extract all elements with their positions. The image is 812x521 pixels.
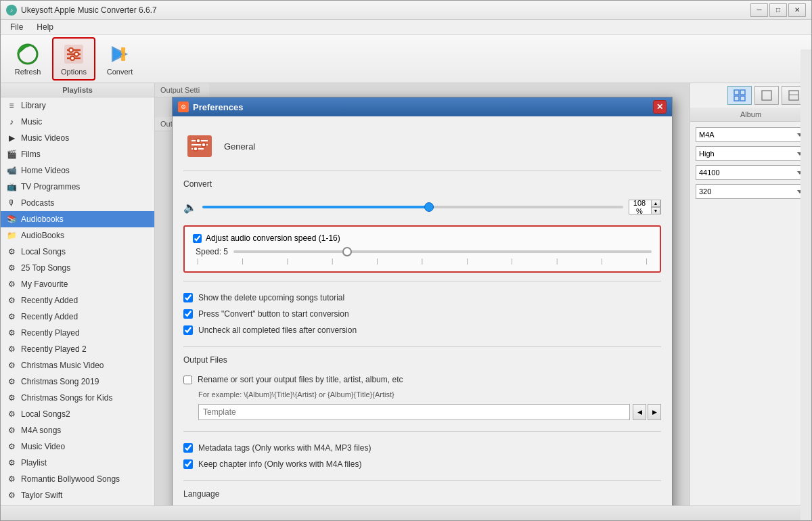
convert-section: Convert 🔈 108 % ▲ ▼ [183,179,661,338]
main-window: ♪ Ukeysoft Apple Music Converter 6.6.7 ─… [0,0,812,521]
sidebar-item-audiobooks2[interactable]: 📁 AudioBooks [1,227,154,244]
sidebar-item-recently-played-2[interactable]: ⚙ Recently Played 2 [1,341,154,357]
right-panel-header: Album [690,108,811,122]
sidebar-item-library[interactable]: ≡ Library [1,97,154,114]
sidebar-item-recently-played-1[interactable]: ⚙ Recently Played [1,325,154,341]
sidebar-item-music[interactable]: ♪ Music [1,114,154,130]
modal-close-button[interactable]: ✕ [653,100,667,114]
chapter-label: Keep chapter info (Only works with M4A f… [198,459,361,469]
speed-row: Speed: 5 [193,247,652,256]
volume-slider[interactable] [202,206,623,208]
bits-select[interactable]: 320256192128 [696,184,806,199]
speed-checkbox[interactable] [193,234,202,243]
svg-rect-20 [734,96,739,101]
volume-spinner: ▲ ▼ [651,200,660,214]
view-btn-grid[interactable] [727,86,752,105]
right-panel: Album M4AMP3AACFLAC HighMediumLow 441004… [690,83,811,505]
format-select[interactable]: M4AMP3AACFLAC [696,127,806,142]
sidebar-item-christmas-music-video[interactable]: ⚙ Christmas Music Video [1,357,154,373]
general-label: General [224,141,255,152]
example-row: For example: \{Album}\{Title}\{Artist} o… [183,388,661,401]
modal-overlay: ⚙ Preferences ✕ [155,83,690,505]
refresh-button[interactable]: Refresh [6,37,49,81]
chapter-checkbox[interactable] [183,459,193,469]
rename-checkbox[interactable] [183,376,192,384]
speed-box-title: Adjust audio conversion speed (1-16) [193,233,652,243]
romantic-bollywood-icon: ⚙ [6,474,17,484]
sidebar-item-my-favourite[interactable]: ⚙ My Favourite [1,276,154,292]
svg-point-7 [74,52,78,56]
sidebar-item-home-videos[interactable]: 📹 Home Videos [1,162,154,179]
rename-label: Rename or sort your output files by titl… [198,375,403,384]
sidebar-item-taylor-swift[interactable]: ⚙ Taylor Swift [1,487,154,503]
sidebar-header: Playlists [1,83,154,97]
sidebar-item-films[interactable]: 🎬 Films [1,146,154,162]
sidebar-item-music-videos[interactable]: ▶ Music Videos [1,130,154,146]
music-icon: ♪ [6,116,17,127]
uncheck-completed-checkbox[interactable] [183,325,193,335]
checkbox-row-3: Uncheck all completed files after conver… [183,322,661,338]
volume-value: 108 % ▲ ▼ [629,200,661,214]
minimize-button[interactable]: ─ [750,3,768,17]
language-section: Language English Chinese French German J… [183,489,661,505]
sidebar-item-romantic-bollywood[interactable]: ⚙ Romantic Bollywood Songs [1,471,154,487]
metadata-checkbox[interactable] [183,443,193,453]
press-convert-label: Press "Convert" button to start conversi… [198,309,349,319]
sidebar-item-label: 25 Top Songs [21,263,149,273]
quality-select[interactable]: HighMediumLow [696,146,806,161]
title-bar: ♪ Ukeysoft Apple Music Converter 6.6.7 ─… [1,1,811,20]
sidebar-scroll[interactable]: ≡ Library ♪ Music ▶ Music Videos 🎬 Films… [1,97,154,505]
sidebar-item-music-video[interactable]: ⚙ Music Video [1,438,154,455]
sidebar-item-christmas-song-2019[interactable]: ⚙ Christmas Song 2019 [1,373,154,390]
library-icon: ≡ [6,100,17,111]
sidebar-item-recently-added-2[interactable]: ⚙ Recently Added [1,309,154,325]
sidebar-item-local-songs2[interactable]: ⚙ Local Songs2 [1,406,154,422]
press-convert-checkbox[interactable] [183,309,193,319]
volume-down-button[interactable]: ▼ [651,207,660,214]
sidebar-item-christmas-songs-kids[interactable]: ⚙ Christmas Songs for Kids [1,390,154,406]
menu-help[interactable]: Help [30,21,60,33]
rate-row: 441004800022050 [696,165,806,180]
recently-added-2-icon: ⚙ [6,311,17,322]
rate-select[interactable]: 441004800022050 [696,165,806,180]
options-button[interactable]: Options [52,37,95,81]
right-scrollbar[interactable] [800,83,811,505]
input-btn-2[interactable]: ▶ [648,404,661,420]
close-button[interactable]: ✕ [788,3,806,17]
sidebar-item-label: Playlist [21,458,149,468]
chapter-row: Keep chapter info (Only works with M4A f… [183,456,661,472]
sidebar-item-playlist[interactable]: ⚙ Playlist [1,455,154,471]
maximize-button[interactable]: □ [769,3,787,17]
convert-button[interactable]: Convert [98,37,141,81]
tv-icon: 📺 [6,181,17,192]
sidebar-item-tv-programmes[interactable]: 📺 TV Programmes [1,179,154,195]
sidebar-item-podcasts[interactable]: 🎙 Podcasts [1,195,154,211]
sidebar-item-label: Local Songs [21,247,149,256]
sidebar-item-label: Films [21,150,149,159]
podcasts-icon: 🎙 [6,198,17,208]
menu-file[interactable]: File [3,21,30,33]
svg-point-16 [202,143,206,147]
sidebar-item-local-songs[interactable]: ⚙ Local Songs [1,244,154,260]
sidebar-item-recently-added-1[interactable]: ⚙ Recently Added [1,292,154,309]
sidebar-item-m4a-songs[interactable]: ⚙ M4A songs [1,422,154,438]
recently-added-1-icon: ⚙ [6,295,17,306]
view-btn-single[interactable] [754,86,779,105]
sidebar-item-label: Taylor Swift [21,491,149,500]
sidebar-item-label: My Favourite [21,279,149,289]
metadata-row: Metadata tags (Only works with M4A, MP3 … [183,440,661,456]
sidebar-item-25-top-songs[interactable]: ⚙ 25 Top Songs [1,260,154,276]
svg-rect-22 [762,91,771,100]
show-tutorial-checkbox[interactable] [183,293,193,302]
speed-box: Adjust audio conversion speed (1-16) Spe… [183,225,661,273]
volume-up-button[interactable]: ▲ [651,200,660,207]
output-files-section: Output Files Rename or sort your output … [183,355,661,472]
convert-label: Convert [107,68,133,76]
modal-title-text: Preferences [193,102,243,112]
input-btn-1[interactable]: ◀ [633,404,646,420]
speed-slider[interactable] [233,250,652,253]
playlist-icon: ⚙ [6,457,17,468]
title-input[interactable] [198,404,630,420]
view-buttons-row [690,83,811,108]
sidebar-item-audiobooks[interactable]: 📚 Audiobooks [1,211,154,227]
